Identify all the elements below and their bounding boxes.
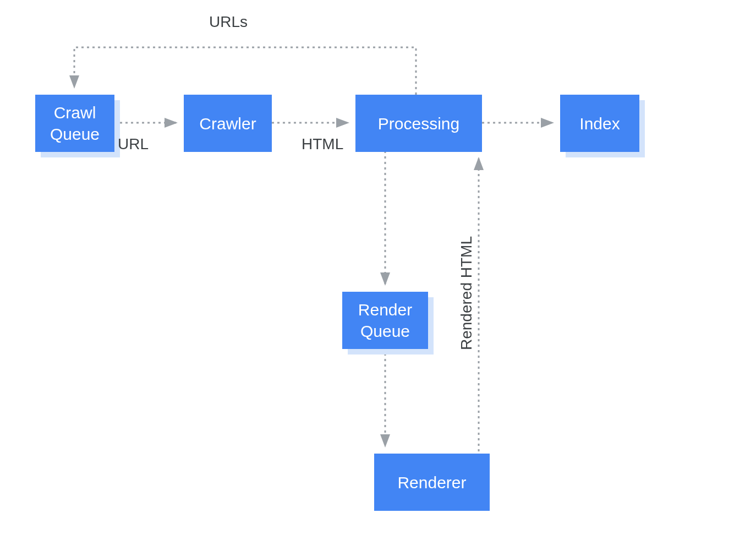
edge-label-url: URL: [118, 135, 149, 153]
render-queue-label: Render Queue: [358, 299, 412, 342]
pipeline-diagram: Crawl Queue Crawler Processing Index Ren…: [0, 0, 756, 540]
crawler-label: Crawler: [199, 113, 256, 134]
processing-label: Processing: [378, 113, 459, 134]
node-processing: Processing: [355, 95, 482, 152]
edge-label-html: HTML: [302, 135, 343, 153]
node-crawl-queue: Crawl Queue: [35, 95, 114, 152]
index-label: Index: [579, 113, 620, 134]
edge-label-rendered-html: Rendered HTML: [458, 236, 475, 350]
node-render-queue: Render Queue: [342, 292, 428, 349]
edge-label-urls: URLs: [209, 13, 248, 31]
node-crawler: Crawler: [184, 95, 272, 152]
edge-processing-crawlqueue: [74, 47, 416, 95]
node-renderer: Renderer: [374, 454, 490, 511]
renderer-label: Renderer: [397, 472, 466, 493]
crawl-queue-label: Crawl Queue: [50, 102, 100, 145]
node-index: Index: [560, 95, 639, 152]
